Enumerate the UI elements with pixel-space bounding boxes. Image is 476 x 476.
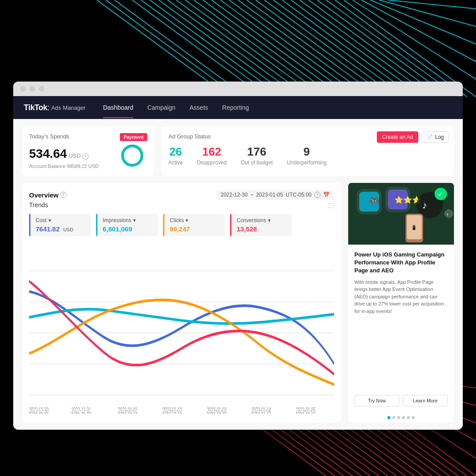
ad-buttons: Try Now Learn More	[354, 395, 448, 406]
ad-description: With onsite signals, App Profile Page br…	[354, 279, 448, 390]
metric-tab-impressions-label: Impressions ▾	[103, 217, 152, 223]
metric-tab-clicks-value: 99,247	[170, 225, 219, 233]
calendar-icon[interactable]: 📅	[323, 192, 330, 198]
learn-more-button[interactable]: Learn More	[403, 395, 448, 406]
log-icon: 📄	[427, 134, 433, 140]
export-icon[interactable]: ⬚	[328, 201, 334, 208]
cost-unit: USD	[63, 227, 73, 232]
metric-tab-conversions-value: 13,528	[237, 225, 286, 233]
status-underperform-value: 9	[287, 145, 327, 159]
status-budget: 176 Out of budget	[241, 145, 273, 166]
logo-tiktok: TikTok	[24, 103, 47, 112]
svg-text:🎮: 🎮	[369, 196, 380, 206]
dot-4[interactable]	[402, 416, 405, 419]
traffic-light-maximize[interactable]	[39, 86, 45, 92]
metric-tab-conversions-label: Conversions ▾	[237, 217, 286, 223]
create-ad-button[interactable]: Create an Ad	[377, 131, 418, 143]
dot-5[interactable]	[407, 416, 410, 419]
spends-info-icon[interactable]: ?	[82, 153, 89, 160]
svg-text:2023-01-03: 2023-01-03	[207, 405, 227, 416]
svg-text:2023-01-02: 2023-01-02	[163, 405, 182, 416]
svg-line-26	[361, 0, 476, 62]
dot-6[interactable]	[412, 416, 415, 419]
status-budget-label: Out of budget	[241, 160, 273, 166]
overview-left: Overview ? 2022-12-30 ~ 2023-01-05 UTC-0…	[22, 183, 341, 423]
logo-colon: :	[47, 103, 49, 112]
ad-card: 🎮 ⭐⭐⭐ ♪ ✓	[348, 183, 454, 423]
svg-line-27	[370, 0, 476, 44]
date-separator: ~	[250, 192, 253, 198]
overview-section: Overview ? 2022-12-30 ~ 2023-01-05 UTC-0…	[22, 183, 454, 423]
svg-text:2022-12-30: 2022-12-30	[29, 405, 48, 416]
trends-title-row: Trends ⬚	[29, 201, 334, 208]
status-disapproved: 162 Disapproved	[197, 145, 227, 166]
nav-logo: TikTok : Ads Manager	[24, 103, 86, 112]
payment-badge[interactable]: Payment	[120, 133, 147, 141]
nav-item-assets[interactable]: Assets	[190, 97, 208, 118]
traffic-light-minimize[interactable]	[30, 86, 35, 92]
metric-tab-clicks-label: Clicks ▾	[170, 217, 219, 223]
metric-tab-conversions[interactable]: Conversions ▾ 13,528	[230, 214, 292, 236]
status-card: Ad Group Status Create an Ad 📄 Log 26 Ac…	[161, 126, 454, 176]
trends-card: Trends ⬚ Cost ▾ 7641.82	[29, 201, 334, 416]
overview-title: Overview ?	[29, 191, 67, 199]
logo-sub: Ads Manager	[51, 104, 85, 111]
log-label: Log	[435, 134, 444, 140]
nav-item-dashboard[interactable]: Dashboard	[103, 97, 134, 118]
svg-text:2023-01-04: 2023-01-04	[252, 405, 271, 416]
status-active-label: Active	[168, 160, 183, 166]
browser-window: TikTok : Ads Manager Dashboard Campaign …	[13, 82, 463, 430]
spends-card: Today's Spends Payment 534.64 USD ? Acco…	[22, 126, 154, 176]
metric-tab-cost[interactable]: Cost ▾ 7641.82 USD	[29, 214, 91, 236]
svg-line-25	[353, 0, 476, 79]
date-start: 2022-12-30	[221, 192, 248, 198]
status-actions: Create an Ad 📄 Log	[377, 131, 449, 143]
metric-tabs: Cost ▾ 7641.82 USD Impressions	[29, 214, 334, 236]
dot-1[interactable]	[387, 416, 390, 419]
status-disapproved-value: 162	[197, 145, 227, 159]
svg-text:2023-01-05: 2023-01-05	[296, 405, 315, 416]
overview-title-text: Overview	[29, 191, 59, 199]
status-disapproved-label: Disapproved	[197, 160, 227, 166]
ad-image: 🎮 ⭐⭐⭐ ♪ ✓	[348, 183, 454, 245]
cost-chevron: ▾	[48, 217, 51, 223]
nav-items: Dashboard Campaign Assets Reporting	[103, 97, 249, 118]
spends-currency: USD	[69, 152, 81, 159]
date-range[interactable]: 2022-12-30 ~ 2023-01-05 UTC-05:00 ? 📅	[216, 190, 334, 200]
dot-2[interactable]	[392, 416, 395, 419]
ad-dots	[348, 413, 454, 423]
stats-row: Today's Spends Payment 534.64 USD ? Acco…	[22, 126, 454, 176]
metric-tab-impressions[interactable]: Impressions ▾ 6,801,069	[96, 214, 158, 236]
status-active-value: 26	[168, 145, 183, 159]
metric-tab-impressions-value: 6,801,069	[103, 225, 152, 233]
svg-text:♪: ♪	[422, 200, 427, 211]
traffic-light-close[interactable]	[20, 86, 26, 92]
browser-titlebar	[13, 82, 463, 96]
overview-header: Overview ? 2022-12-30 ~ 2023-01-05 UTC-0…	[29, 190, 334, 200]
impressions-chevron: ▾	[133, 217, 136, 223]
svg-text:✓: ✓	[438, 191, 443, 198]
status-underperform-label: Underperforming	[287, 160, 327, 166]
metric-tab-cost-value: 7641.82 USD	[36, 225, 86, 233]
clicks-chevron: ▾	[186, 217, 188, 223]
svg-text:›: ›	[446, 211, 448, 217]
conversions-chevron: ▾	[268, 217, 271, 223]
metric-tab-clicks[interactable]: Clicks ▾ 99,247	[163, 214, 225, 236]
overview-info-icon[interactable]: ?	[60, 192, 67, 198]
date-end: 2023-01-05	[256, 192, 283, 198]
metric-tab-cost-label: Cost ▾	[36, 217, 86, 223]
timezone-info-icon[interactable]: ?	[314, 192, 320, 198]
status-active: 26 Active	[168, 145, 183, 166]
svg-text:2022-12-31: 2022-12-31	[71, 405, 91, 416]
nav-bar: TikTok : Ads Manager Dashboard Campaign …	[13, 96, 463, 119]
status-underperform: 9 Underperforming	[287, 145, 327, 166]
nav-item-reporting[interactable]: Reporting	[222, 97, 249, 118]
main-content: Today's Spends Payment 534.64 USD ? Acco…	[13, 119, 463, 430]
log-button[interactable]: 📄 Log	[422, 131, 449, 143]
spends-amount: 534.64	[29, 147, 67, 161]
dot-3[interactable]	[397, 416, 400, 419]
try-now-button[interactable]: Try Now	[354, 395, 399, 406]
svg-line-28	[379, 0, 476, 26]
nav-item-campaign[interactable]: Campaign	[147, 97, 175, 118]
trends-label: Trends	[29, 201, 48, 208]
